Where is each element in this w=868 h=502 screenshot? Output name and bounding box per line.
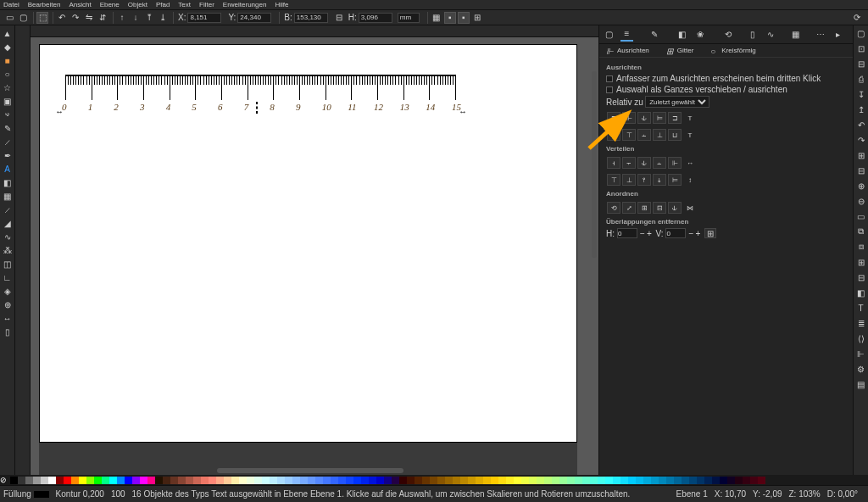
color-swatch[interactable] xyxy=(346,477,353,484)
distribute-icon[interactable]: ⫟ xyxy=(622,157,636,169)
lower-icon[interactable]: ↓ xyxy=(130,12,142,24)
color-swatch[interactable] xyxy=(384,477,392,484)
color-swatch[interactable] xyxy=(415,477,422,484)
color-swatch[interactable] xyxy=(727,477,735,484)
color-swatch[interactable] xyxy=(71,477,79,484)
menu-bearbeiten[interactable]: Bearbeiten xyxy=(28,1,61,8)
color-swatch[interactable] xyxy=(338,477,346,484)
spray-tool-icon[interactable]: ⁂ xyxy=(2,244,14,256)
rotate-ccw-icon[interactable]: ↶ xyxy=(56,12,68,24)
menu-datei[interactable]: Datei xyxy=(3,1,19,8)
color-swatch[interactable] xyxy=(178,477,186,484)
scale-stroke-icon[interactable]: ▦ xyxy=(431,12,442,24)
distribute-icon[interactable]: ↕ xyxy=(683,174,697,186)
color-swatch[interactable] xyxy=(132,477,140,484)
color-swatch[interactable] xyxy=(239,477,247,484)
text-tool-icon[interactable]: A xyxy=(2,163,14,175)
color-swatch[interactable] xyxy=(201,477,209,484)
redo-icon[interactable]: ↷ xyxy=(855,134,867,146)
new-icon[interactable]: ▢ xyxy=(855,27,867,39)
color-swatch[interactable] xyxy=(41,477,48,484)
tool-icon[interactable]: ▢ xyxy=(17,12,29,24)
lower-bottom-icon[interactable]: ⤓ xyxy=(157,12,169,24)
menu-ansicht[interactable]: Ansicht xyxy=(69,1,91,8)
color-swatch[interactable] xyxy=(10,477,18,484)
color-swatch[interactable] xyxy=(79,477,86,484)
distribute-icon[interactable]: ⊨ xyxy=(668,174,682,186)
x-input[interactable] xyxy=(187,13,221,23)
color-swatch[interactable] xyxy=(483,477,491,484)
panel-tab-icon[interactable]: ▦ xyxy=(789,28,802,42)
distribute-icon[interactable]: ⫝ xyxy=(637,157,651,169)
subtab-grid[interactable]: ⊞Gitter xyxy=(666,47,703,55)
calligraphy-tool-icon[interactable]: ✒ xyxy=(2,149,14,161)
menu-ebene[interactable]: Ebene xyxy=(100,1,120,8)
align-right-icon[interactable]: ⊨ xyxy=(653,112,666,124)
color-swatch[interactable] xyxy=(514,477,521,484)
color-swatch[interactable] xyxy=(262,477,270,484)
color-swatch[interactable] xyxy=(552,477,559,484)
export-icon[interactable]: ↥ xyxy=(855,103,867,115)
print-icon[interactable]: ⎙ xyxy=(855,73,867,85)
color-swatch[interactable] xyxy=(620,477,628,484)
distribute-icon[interactable]: ⊩ xyxy=(668,157,682,169)
align-left-icon[interactable]: ⊩ xyxy=(622,112,636,124)
pencil-tool-icon[interactable]: ✎ xyxy=(2,122,14,134)
menu-erweiterungen[interactable]: Erweiterungen xyxy=(223,1,267,8)
lpe-tool-icon[interactable]: ◈ xyxy=(2,285,14,297)
color-swatch[interactable] xyxy=(537,477,544,484)
color-swatch[interactable] xyxy=(743,477,750,484)
color-swatch[interactable] xyxy=(331,477,338,484)
connector-tool-icon[interactable]: ∟ xyxy=(2,271,14,283)
color-swatch[interactable] xyxy=(697,477,704,484)
color-swatch[interactable] xyxy=(712,477,720,484)
copy-icon[interactable]: ⊞ xyxy=(855,149,867,161)
layer-indicator[interactable]: Ebene 1 xyxy=(676,489,708,499)
zoom-draw-icon[interactable]: ⊖ xyxy=(855,195,867,207)
color-swatch[interactable] xyxy=(117,477,125,484)
subtab-align[interactable]: ⊩Ausrichten xyxy=(606,47,658,55)
canvas-area[interactable]: 0123456789101112131415 ↔ ↔ xyxy=(15,25,598,475)
color-swatch[interactable] xyxy=(506,477,514,484)
menu-objekt[interactable]: Objekt xyxy=(128,1,147,8)
color-swatch[interactable] xyxy=(209,477,216,484)
color-swatch[interactable] xyxy=(666,477,674,484)
xml-icon[interactable]: ⟨⟩ xyxy=(855,332,867,344)
color-swatch[interactable] xyxy=(323,477,331,484)
panel-tab-icon[interactable]: ◧ xyxy=(676,28,688,42)
measure-tool-icon[interactable]: ↔ xyxy=(2,312,14,324)
color-swatch[interactable] xyxy=(216,477,224,484)
flip-h-icon[interactable]: ⇋ xyxy=(83,12,95,24)
menu-text[interactable]: Text xyxy=(178,1,191,8)
color-swatch[interactable] xyxy=(445,477,453,484)
color-swatch[interactable] xyxy=(590,477,598,484)
selection-handle[interactable]: ↔ xyxy=(459,107,465,117)
w-input[interactable] xyxy=(294,13,328,23)
distribute-icon[interactable]: ↔ xyxy=(683,157,697,169)
align-top-icon[interactable]: ⊤ xyxy=(622,129,636,141)
ungroup-icon[interactable]: ⊟ xyxy=(855,271,867,283)
color-swatch[interactable] xyxy=(430,477,437,484)
color-swatch[interactable] xyxy=(682,477,689,484)
minus-icon[interactable]: − xyxy=(688,229,693,238)
color-swatch[interactable] xyxy=(18,477,25,484)
panel-menu-icon[interactable]: ▸ xyxy=(832,28,844,42)
plus-icon[interactable]: + xyxy=(696,229,701,238)
color-swatch[interactable] xyxy=(529,477,537,484)
color-swatch[interactable] xyxy=(758,477,765,484)
color-swatch[interactable] xyxy=(109,477,117,484)
color-swatch[interactable] xyxy=(56,477,64,484)
color-swatch[interactable] xyxy=(361,477,369,484)
panel-tab-icon[interactable]: ⟲ xyxy=(721,28,734,42)
color-swatch[interactable] xyxy=(598,477,605,484)
ellipse-tool-icon[interactable]: ○ xyxy=(2,68,14,80)
color-swatch[interactable] xyxy=(140,477,147,484)
panel-tab-icon[interactable]: ▢ xyxy=(603,28,615,42)
color-swatch[interactable] xyxy=(407,477,415,484)
color-swatch[interactable] xyxy=(376,477,384,484)
gradient-tool-icon[interactable]: ◧ xyxy=(2,176,14,188)
align-left-out-icon[interactable]: ⊏ xyxy=(607,112,620,124)
lock-icon[interactable]: ⊟ xyxy=(333,12,345,24)
plus-icon[interactable]: + xyxy=(647,229,652,238)
color-swatch[interactable] xyxy=(186,477,193,484)
